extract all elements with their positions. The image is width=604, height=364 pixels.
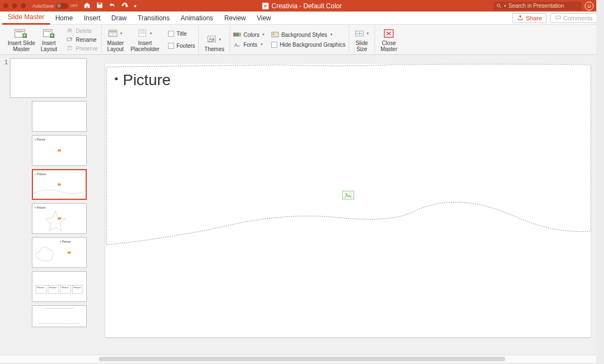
search-box[interactable]: ▾ <box>494 2 581 10</box>
svg-rect-13 <box>68 46 72 49</box>
picture-insert-icon[interactable] <box>342 191 354 199</box>
title-bar: AutoSave OFF ▾ P Creativia - Default Col… <box>0 0 604 12</box>
layout-thumbnail-3[interactable]: Picture <box>32 169 87 200</box>
svg-text:+: + <box>23 32 26 38</box>
bg-styles-label: Background Styles <box>281 32 327 38</box>
preserve-icon <box>66 45 74 52</box>
scrollbar-thumb[interactable] <box>99 357 505 361</box>
canvas-area: Picture <box>97 55 604 355</box>
preserve-label: Preserve <box>76 46 98 52</box>
qat-more-icon[interactable]: ▾ <box>134 3 137 9</box>
footers-checkbox[interactable] <box>168 43 174 49</box>
slide-canvas[interactable]: Picture <box>105 64 591 337</box>
maximize-window-button[interactable] <box>21 3 26 8</box>
share-button[interactable]: Share <box>512 13 546 23</box>
delete-button[interactable]: Delete <box>66 26 98 35</box>
picture-placeholder-icon <box>68 251 71 254</box>
themes-label: Themes <box>204 46 224 52</box>
autosave-toggle[interactable] <box>56 3 68 9</box>
tab-insert[interactable]: Insert <box>79 12 106 25</box>
hide-bg-checkbox-row[interactable]: Hide Background Graphics <box>271 40 345 49</box>
autosave-state: OFF <box>70 4 78 8</box>
tab-draw[interactable]: Draw <box>106 12 132 25</box>
comment-icon <box>555 15 561 21</box>
layout-thumbnail-2[interactable]: Picture <box>32 135 87 166</box>
home-icon[interactable] <box>83 2 91 10</box>
share-icon <box>517 15 523 21</box>
thumb-box: •Picture <box>72 285 83 294</box>
picture-placeholder-shape[interactable] <box>105 64 591 337</box>
title-checkbox-row[interactable]: Title <box>168 29 195 38</box>
horizontal-scrollbar[interactable] <box>0 355 604 363</box>
colors-button[interactable]: Colors▾ <box>233 30 265 39</box>
user-account-button[interactable]: ☺ <box>585 2 594 10</box>
layout-thumbnail-7[interactable] <box>32 305 87 327</box>
rename-button[interactable]: Rename <box>66 35 98 44</box>
tab-transitions[interactable]: Transitions <box>132 12 175 25</box>
minimize-window-button[interactable] <box>12 3 17 8</box>
background-styles-button[interactable]: Background Styles▾ <box>271 30 345 39</box>
title-checkbox[interactable] <box>168 31 174 37</box>
background-styles-icon <box>271 31 279 38</box>
slide-panel: 1 Picture Picture Picture Picture •Pictu… <box>0 55 97 355</box>
svg-rect-25 <box>212 41 214 42</box>
close-master-button[interactable]: CloseMaster <box>378 26 400 53</box>
colors-label: Colors <box>243 32 259 38</box>
thumb-label: Picture <box>35 206 46 209</box>
document-title: P Creativia - Default Color <box>262 2 342 10</box>
hide-bg-label: Hide Background Graphics <box>279 42 345 48</box>
search-input[interactable] <box>508 3 579 9</box>
svg-rect-27 <box>236 33 238 37</box>
save-icon[interactable] <box>96 2 103 10</box>
content-area: 1 Picture Picture Picture Picture •Pictu… <box>0 55 604 355</box>
master-layout-button[interactable]: ▾ MasterLayout <box>105 26 126 53</box>
close-master-label: CloseMaster <box>381 40 398 52</box>
svg-rect-8 <box>44 31 51 32</box>
window-controls <box>3 3 26 8</box>
tab-slide-master[interactable]: Slide Master <box>2 12 50 25</box>
slide-size-button[interactable]: ▾ SlideSize <box>353 26 371 53</box>
layout-thumbnail-5[interactable]: Picture <box>32 237 87 268</box>
autosave-knob <box>57 4 61 8</box>
themes-button[interactable]: Aa▾ Themes <box>202 32 226 53</box>
fonts-button[interactable]: AaFonts▾ <box>233 40 265 49</box>
placeholder-title-text: Picture <box>123 71 171 89</box>
vertical-scrollbar[interactable] <box>596 0 604 364</box>
placeholder-title[interactable]: Picture <box>114 71 171 89</box>
tab-review[interactable]: Review <box>219 12 251 25</box>
document-title-text: Creativia - Default Color <box>271 2 342 10</box>
footers-checkbox-row[interactable]: Footers <box>168 41 195 50</box>
svg-rect-4 <box>16 31 24 32</box>
layout-thumbnail-1[interactable] <box>32 101 87 132</box>
comments-label: Comments <box>563 15 592 21</box>
insert-layout-button[interactable]: + InsertLayout <box>38 26 59 53</box>
tab-animations[interactable]: Animations <box>175 12 219 25</box>
master-layout-label: MasterLayout <box>107 40 124 52</box>
tab-view[interactable]: View <box>251 12 277 25</box>
fonts-icon: Aa <box>233 41 241 48</box>
autosave-label: AutoSave <box>32 3 54 9</box>
insert-placeholder-button[interactable]: ▾ InsertPlaceholder <box>128 26 162 53</box>
master-thumbnail[interactable] <box>10 58 87 98</box>
trapezoid-shape-icon <box>39 308 80 324</box>
insert-slide-master-label: Insert SlideMaster <box>8 40 35 52</box>
close-window-button[interactable] <box>3 3 8 8</box>
svg-rect-20 <box>140 32 145 33</box>
svg-text:A: A <box>234 42 238 48</box>
preserve-button[interactable]: Preserve <box>66 44 98 53</box>
search-icon <box>496 3 502 9</box>
insert-slide-master-button[interactable]: + Insert SlideMaster <box>5 26 37 53</box>
footers-checkbox-label: Footers <box>176 43 195 49</box>
comments-button[interactable]: Comments <box>550 13 597 23</box>
wave-shape-icon <box>33 186 88 197</box>
layout-thumbnail-4[interactable]: Picture <box>32 203 87 234</box>
thumb-label: Picture <box>60 240 71 243</box>
redo-icon[interactable] <box>121 2 128 10</box>
hide-bg-checkbox[interactable] <box>271 42 277 48</box>
tab-home[interactable]: Home <box>50 12 79 25</box>
thumb-box: •Picture <box>48 285 59 294</box>
tabs-right: Share Comments <box>512 13 602 23</box>
layout-thumbnail-6[interactable]: •Picture •Picture •Picture •Picture <box>32 271 87 302</box>
undo-icon[interactable] <box>109 2 116 10</box>
rename-icon <box>66 36 74 43</box>
